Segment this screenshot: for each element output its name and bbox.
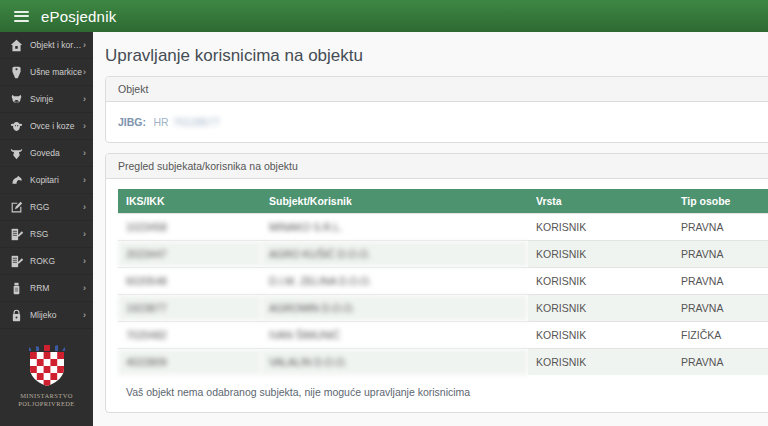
chevron-right-icon: › — [83, 40, 86, 50]
iks-link-redacted[interactable]: 6020548 — [118, 268, 261, 295]
table-row: 6020548 D.I.M. ZELINA D.O.O. KORISNIK PR… — [118, 268, 768, 295]
iks-link-redacted[interactable]: 7020482 — [118, 322, 261, 349]
sidebar-item-mlijeko[interactable]: Mlijeko › — [0, 302, 93, 329]
sidebar-item-rrm[interactable]: RRM › — [0, 275, 93, 302]
tip-osobe-cell: PRAVNA — [673, 214, 768, 241]
column-header-tip-osobe: Tip osobe — [673, 189, 768, 214]
sidebar-item-objekt-i-korisnik[interactable]: Objekt i korisnik › — [0, 32, 93, 59]
subjekt-link-redacted[interactable]: VALALIN D.O.O. — [261, 349, 528, 376]
table-row: 7020482 IVAN ŠIMUNIĆ KORISNIK FIZIČKA — [118, 322, 768, 349]
chevron-right-icon: › — [83, 94, 86, 104]
vrsta-cell: KORISNIK — [528, 214, 673, 241]
document-edit-icon — [10, 228, 23, 241]
page-title: Upravljanje korisnicima na objektu — [105, 46, 768, 66]
sidebar-item-rokg[interactable]: ROKG › — [0, 248, 93, 275]
iks-link-redacted[interactable]: 2023447 — [118, 241, 261, 268]
column-header-iks-ikk: IKS/IKK — [118, 189, 261, 214]
chevron-right-icon: › — [83, 202, 86, 212]
tip-osobe-cell: PRAVNA — [673, 241, 768, 268]
milk-can-icon — [10, 309, 23, 322]
subjekt-link-redacted[interactable]: AGRO KUŠIĆ D.O.O. — [261, 241, 528, 268]
subjekt-link-redacted[interactable]: D.I.M. ZELINA D.O.O. — [261, 268, 528, 295]
sidebar-item-label: Kopitari — [30, 175, 83, 185]
tip-osobe-cell: FIZIČKA — [673, 322, 768, 349]
chevron-right-icon: › — [83, 67, 86, 77]
ear-tag-icon — [10, 66, 23, 79]
sidebar-item-label: Svinje — [30, 94, 83, 104]
chevron-right-icon: › — [83, 148, 86, 158]
jibg-value-redacted: 70128577 — [173, 116, 220, 128]
sidebar-item-label: Ovce i koze — [30, 121, 83, 131]
chevron-right-icon: › — [83, 175, 86, 185]
objekt-panel-header: Objekt — [106, 77, 768, 102]
no-subject-warning: Vaš objekt nema odabranog subjekta, nije… — [126, 386, 768, 398]
iks-link-redacted[interactable]: 1923877 — [118, 295, 261, 322]
vrsta-cell: KORISNIK — [528, 322, 673, 349]
ministry-logo: MINISTARSTVO POLJOPRIVREDE — [0, 345, 93, 408]
sidebar-item-rsg[interactable]: RSG › — [0, 221, 93, 248]
home-lock-icon — [10, 39, 23, 52]
subjekt-link-redacted[interactable]: MINAKO S.R.L. — [261, 214, 528, 241]
main-content: Upravljanje korisnicima na objektu Objek… — [93, 32, 768, 426]
objekt-panel-body: JIBG: HR 70128577 — [106, 102, 768, 142]
sidebar-item-ovce-i-koze[interactable]: Ovce i koze › — [0, 113, 93, 140]
sidebar-item-label: Mlijeko — [30, 310, 83, 320]
sidebar: Objekt i korisnik › Ušne markice › Svinj… — [0, 32, 93, 426]
objekt-panel: Objekt JIBG: HR 70128577 — [105, 76, 768, 143]
table-row: 4022809 VALALIN D.O.O. KORISNIK PRAVNA — [118, 349, 768, 376]
app-title[interactable]: ePosjednik — [41, 8, 116, 25]
jibg-country-prefix: HR — [153, 116, 168, 128]
chevron-right-icon: › — [83, 310, 86, 320]
table-row: 1023458 MINAKO S.R.L. KORISNIK PRAVNA — [118, 214, 768, 241]
pig-icon — [10, 93, 23, 106]
subjekt-link-redacted[interactable]: IVAN ŠIMUNIĆ — [261, 322, 528, 349]
table-row: 1923877 AGROMIN D.O.O. KORISNIK PRAVNA — [118, 295, 768, 322]
document-edit-icon — [10, 255, 23, 268]
croatian-coat-of-arms-icon — [28, 345, 66, 387]
vrsta-cell: KORISNIK — [528, 349, 673, 376]
sidebar-item-usne-markice[interactable]: Ušne markice › — [0, 59, 93, 86]
ministry-label: MINISTARSTVO POLJOPRIVREDE — [0, 392, 93, 408]
chevron-right-icon: › — [83, 256, 86, 266]
subjects-table: IKS/IKK Subjekt/Korisnik Vrsta Tip osobe… — [118, 189, 768, 375]
table-row: 2023447 AGRO KUŠIĆ D.O.O. KORISNIK PRAVN… — [118, 241, 768, 268]
subjects-panel-body: IKS/IKK Subjekt/Korisnik Vrsta Tip osobe… — [106, 179, 768, 412]
subjects-panel: Pregled subjekata/korisnika na objektu I… — [105, 153, 768, 413]
jibg-label: JIBG: — [118, 116, 146, 128]
chevron-right-icon: › — [83, 229, 86, 239]
column-header-vrsta: Vrsta — [528, 189, 673, 214]
cattle-icon — [10, 147, 23, 160]
sidebar-item-label: RGG — [30, 202, 83, 212]
iks-link-redacted[interactable]: 4022809 — [118, 349, 261, 376]
chevron-right-icon: › — [83, 121, 86, 131]
subjekt-link-redacted[interactable]: AGROMIN D.O.O. — [261, 295, 528, 322]
iks-link-redacted[interactable]: 1023458 — [118, 214, 261, 241]
subjects-panel-header: Pregled subjekata/korisnika na objektu — [106, 154, 768, 179]
sidebar-item-label: ROKG — [30, 256, 83, 266]
sidebar-item-label: Objekt i korisnik — [30, 40, 83, 50]
sidebar-item-svinje[interactable]: Svinje › — [0, 86, 93, 113]
vrsta-cell: KORISNIK — [528, 241, 673, 268]
bottle-icon — [10, 282, 23, 295]
tip-osobe-cell: PRAVNA — [673, 349, 768, 376]
top-bar: ePosjednik — [0, 0, 768, 32]
sidebar-item-rgg[interactable]: RGG › — [0, 194, 93, 221]
sidebar-item-label: RSG — [30, 229, 83, 239]
horse-icon — [10, 174, 23, 187]
sidebar-item-label: RRM — [30, 283, 83, 293]
sidebar-item-label: Goveda — [30, 148, 83, 158]
sidebar-item-label: Ušne markice — [30, 67, 83, 77]
edit-square-icon — [10, 201, 23, 214]
menu-icon[interactable] — [14, 11, 29, 22]
sidebar-item-kopitari[interactable]: Kopitari › — [0, 167, 93, 194]
vrsta-cell: KORISNIK — [528, 295, 673, 322]
table-header-row: IKS/IKK Subjekt/Korisnik Vrsta Tip osobe — [118, 189, 768, 214]
vrsta-cell: KORISNIK — [528, 268, 673, 295]
tip-osobe-cell: PRAVNA — [673, 295, 768, 322]
chevron-right-icon: › — [83, 283, 86, 293]
tip-osobe-cell: PRAVNA — [673, 268, 768, 295]
sheep-icon — [10, 120, 23, 133]
sidebar-item-goveda[interactable]: Goveda › — [0, 140, 93, 167]
column-header-subjekt-korisnik: Subjekt/Korisnik — [261, 189, 528, 214]
